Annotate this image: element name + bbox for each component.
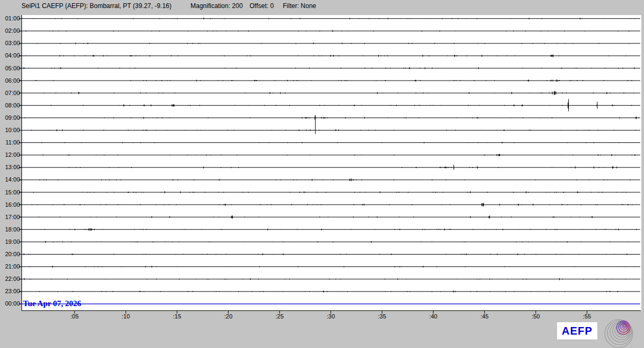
row-label: 20:00 — [0, 250, 20, 258]
x-tick-label: :50 — [528, 313, 544, 320]
x-tick-label: :35 — [374, 313, 390, 320]
row-label: 06:00 — [0, 77, 20, 85]
row-label: 05:00 — [0, 64, 20, 73]
row-label: 02:00 — [0, 27, 20, 35]
helicorder-traces[interactable] — [0, 0, 644, 348]
row-label: 08:00 — [0, 102, 20, 110]
row-label: 23:00 — [0, 287, 20, 295]
row-label: 17:00 — [0, 213, 20, 221]
row-label: 07:00 — [0, 89, 20, 97]
x-tick-label: :55 — [579, 313, 595, 320]
row-label: 18:00 — [0, 226, 20, 234]
helicorder-window: SeiPi1 CAEFP (AEFP): Bombarral, PT (39.2… — [0, 0, 644, 348]
row-label: 09:00 — [0, 114, 20, 122]
row-label: 22:00 — [0, 275, 20, 283]
row-label: 15:00 — [0, 189, 20, 197]
row-label: 01:00 — [0, 15, 20, 23]
row-label: 16:00 — [0, 201, 20, 209]
x-tick-label: :15 — [169, 313, 185, 320]
x-tick-label: :20 — [220, 313, 236, 320]
x-tick-label: :30 — [323, 313, 339, 320]
x-tick-label: :10 — [118, 313, 134, 320]
aefp-logo-box: AEFP — [557, 322, 597, 339]
row-label: 13:00 — [0, 163, 20, 171]
x-tick-label: :05 — [67, 313, 83, 320]
row-label: 00:00 — [0, 300, 20, 308]
spiral-logo-icon — [602, 317, 641, 348]
x-tick-label: :25 — [272, 313, 288, 320]
row-label: 12:00 — [0, 151, 20, 159]
row-label: 04:00 — [0, 52, 20, 60]
aefp-logo-text: AEFP — [562, 325, 592, 337]
current-date-label: Tue Apr 07, 2026 — [23, 299, 81, 308]
row-label: 03:00 — [0, 39, 20, 47]
row-label: 21:00 — [0, 263, 20, 271]
x-tick-label: :45 — [477, 313, 493, 320]
row-label: 11:00 — [0, 139, 20, 147]
row-label: 19:00 — [0, 238, 20, 246]
row-label: 14:00 — [0, 176, 20, 184]
x-tick-label: :40 — [425, 313, 441, 320]
row-label: 10:00 — [0, 126, 20, 134]
